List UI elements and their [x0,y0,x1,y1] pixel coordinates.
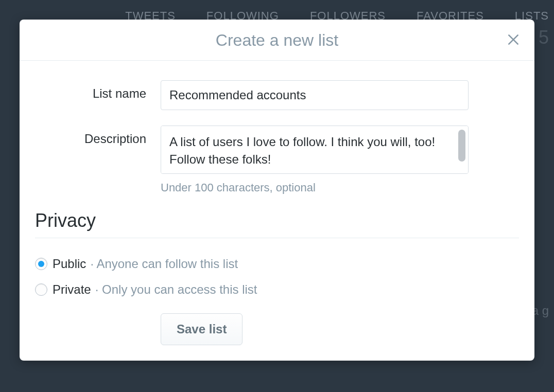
scrollbar-thumb[interactable] [458,130,465,162]
list-name-input[interactable] [161,80,469,110]
close-icon[interactable] [507,33,520,46]
list-name-label: List name [35,80,161,110]
background-count: 5 [539,27,549,48]
modal-header: Create a new list [20,20,534,61]
radio-public-label: Public [53,257,86,271]
radio-public-desc: · Anyone can follow this list [90,257,238,271]
privacy-option-public[interactable]: Public · Anyone can follow this list [35,257,519,271]
list-name-row: List name [35,80,519,110]
radio-private-label: Private [53,282,91,297]
privacy-option-private[interactable]: Private · Only you can access this list [35,282,519,297]
create-list-modal: Create a new list List name Description … [20,20,534,361]
radio-private[interactable] [35,283,47,296]
radio-public[interactable] [35,258,47,270]
description-label: Description [35,126,161,194]
description-row: Description Under 100 characters, option… [35,126,519,194]
description-hint: Under 100 characters, optional [161,181,469,194]
modal-title: Create a new list [20,31,534,50]
radio-private-desc: · Only you can access this list [95,282,257,297]
privacy-section: Privacy Public · Anyone can follow this … [35,210,519,297]
save-list-button[interactable]: Save list [161,313,243,345]
modal-body: List name Description Under 100 characte… [20,61,534,361]
description-input[interactable] [161,126,469,174]
button-row: Save list [35,313,519,345]
privacy-heading: Privacy [35,210,519,238]
